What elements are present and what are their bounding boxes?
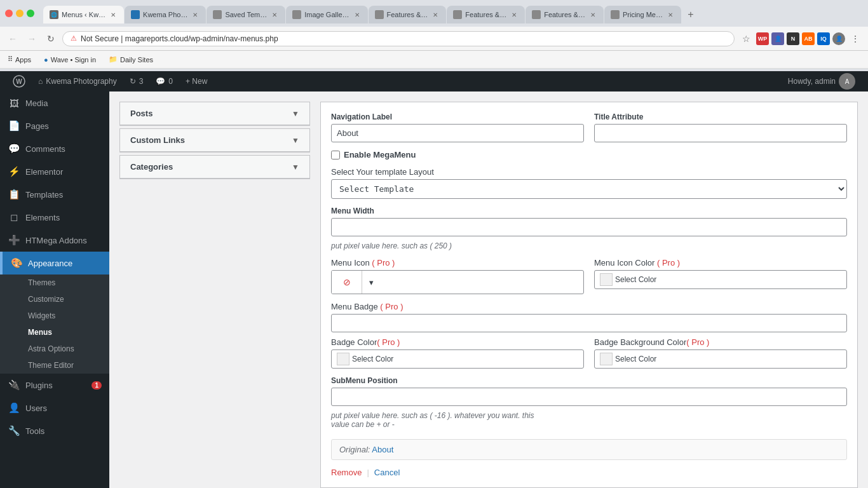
ext-user[interactable]: 👤	[771, 32, 784, 45]
template-layout-select[interactable]: Select Template Full Width Container Cus…	[331, 179, 847, 199]
megamenu-checkbox[interactable]	[331, 151, 340, 159]
action-row: Remove | Cancel	[331, 468, 847, 477]
badge-bg-color-btn[interactable]: Select Color	[594, 349, 847, 369]
tab-8[interactable]: Pricing Me… ✕	[604, 6, 681, 24]
sidebar-item-plugins[interactable]: 🔌 Plugins 1	[0, 374, 109, 396]
sidebar-sub-menus[interactable]: Menus	[0, 324, 109, 341]
sidebar-sub-theme-editor[interactable]: Theme Editor	[0, 357, 109, 374]
tab-title: Menus ‹ Kw…	[62, 11, 105, 18]
menu-badge-input[interactable]	[331, 314, 847, 332]
wp-main: Posts ▼ Custom Links ▼	[109, 92, 868, 488]
wp-sidebar: 🖼 Media 📄 Pages 💬 Comments ⚡ Elementor 📋	[0, 92, 109, 488]
bookmark-button[interactable]: ☆	[738, 31, 754, 46]
sidebar-sub-themes[interactable]: Themes	[0, 274, 109, 291]
bookmark-daily[interactable]: 📁 Daily Sites	[106, 54, 156, 65]
menu-icon-color-btn[interactable]: Select Color	[594, 270, 847, 289]
home-icon: ⌂	[38, 77, 43, 86]
menu-builder: Posts ▼ Custom Links ▼	[119, 102, 858, 488]
updates-button[interactable]: ↻ 3	[123, 71, 150, 92]
sidebar-media-label: Media	[25, 98, 48, 108]
ext-iq[interactable]: IQ	[817, 32, 830, 45]
sidebar-item-elements[interactable]: ◻ Elements	[0, 206, 109, 229]
tab-close-2[interactable]: ✕	[191, 10, 200, 19]
ext-account[interactable]: 👤	[832, 32, 845, 45]
appearance-submenu: Themes Customize Widgets Menus Astra Opt…	[0, 274, 109, 374]
tab-5[interactable]: Features &… ✕	[369, 6, 447, 24]
tab-active[interactable]: 🌐 Menus ‹ Kw… ✕	[43, 6, 124, 24]
site-name-button[interactable]: ⌂ Kwema Photography	[32, 71, 123, 92]
nav-label-input[interactable]	[331, 124, 584, 142]
sidebar-item-users[interactable]: 👤 Users	[0, 396, 109, 419]
menu-width-input[interactable]	[331, 218, 847, 236]
forward-button[interactable]: →	[24, 31, 39, 46]
sidebar-item-pages[interactable]: 📄 Pages	[0, 114, 109, 137]
tab-close-btn[interactable]: ✕	[109, 10, 118, 19]
ext-wp[interactable]: WP	[756, 32, 769, 45]
htmega-icon: ➕	[8, 234, 20, 247]
new-content-button[interactable]: + New	[179, 71, 214, 92]
tab-close-6[interactable]: ✕	[510, 10, 519, 19]
nav-label-title: Navigation Label	[331, 112, 584, 121]
icon-picker-dropdown-btn[interactable]: ▾	[362, 271, 380, 294]
tab-close-5[interactable]: ✕	[431, 10, 440, 19]
sidebar-sub-widgets[interactable]: Widgets	[0, 308, 109, 324]
remove-link[interactable]: Remove	[331, 468, 362, 477]
wp-logo-button[interactable]: W	[6, 71, 32, 92]
ext-n[interactable]: N	[787, 32, 799, 45]
tab-2[interactable]: Kwema Pho… ✕	[125, 6, 206, 24]
sidebar-item-media[interactable]: 🖼 Media	[0, 92, 109, 114]
wp-body: 🖼 Media 📄 Pages 💬 Comments ⚡ Elementor 📋	[0, 92, 868, 488]
badge-bg-color-swatch	[600, 353, 613, 365]
sidebar-item-tools[interactable]: 🔧 Tools	[0, 419, 109, 442]
dot-red[interactable]	[5, 10, 13, 17]
sidebar-item-htmega[interactable]: ➕ HTMega Addons	[0, 229, 109, 252]
new-label: + New	[186, 77, 207, 86]
sidebar-item-elementor[interactable]: ⚡ Elementor	[0, 160, 109, 183]
accordion-categories-header[interactable]: Categories ▼	[120, 156, 309, 179]
comments-sidebar-icon: 💬	[8, 142, 20, 155]
sidebar-item-templates[interactable]: 📋 Templates	[0, 183, 109, 206]
icon-picker[interactable]: ⊘ ▾	[331, 270, 584, 294]
address-bar[interactable]: ⚠ Not Secure | magareports.cloud/wp-admi…	[62, 31, 735, 46]
tab-close-7[interactable]: ✕	[588, 10, 597, 19]
sidebar-sub-customize[interactable]: Customize	[0, 291, 109, 308]
menu-button[interactable]: ⋮	[848, 31, 863, 46]
bookmark-apps[interactable]: ⠿ Apps	[5, 54, 34, 65]
title-attr-group: Title Attribute	[594, 112, 847, 142]
tab-6[interactable]: Features &… ✕	[447, 6, 525, 24]
menu-icon-label: Menu Icon ( Pro )	[331, 258, 584, 268]
accordion-custom-links-header[interactable]: Custom Links ▼	[120, 129, 309, 152]
back-button[interactable]: ←	[5, 31, 20, 46]
tab-favicon-3	[213, 10, 222, 19]
dot-yellow[interactable]	[16, 10, 24, 17]
appearance-header[interactable]: 🎨 Appearance	[0, 252, 109, 274]
sidebar-elements-label: Elements	[25, 213, 60, 222]
sidebar-item-comments[interactable]: 💬 Comments	[0, 137, 109, 160]
badge-color-btn[interactable]: Select Color	[331, 349, 584, 369]
new-tab-button[interactable]: +	[682, 6, 700, 24]
sidebar-item-appearance[interactable]: 🎨 Appearance Themes Customize Widgets Me…	[0, 252, 109, 374]
comments-icon: 💬	[156, 77, 165, 86]
submenu-position-input[interactable]	[331, 388, 847, 406]
dot-green[interactable]	[27, 10, 34, 17]
bookmarks-bar: ⠿ Apps ● Wave • Sign in 📁 Daily Sites	[0, 51, 868, 69]
tab-favicon: 🌐	[50, 10, 58, 19]
reload-button[interactable]: ↻	[43, 31, 58, 46]
comments-button[interactable]: 💬 0	[149, 71, 179, 92]
accordion-posts-header[interactable]: Posts ▼	[120, 102, 309, 125]
tab-7[interactable]: Features &… ✕	[526, 6, 604, 24]
tab-close-8[interactable]: ✕	[666, 10, 675, 19]
tab-3[interactable]: Saved Tem… ✕	[207, 6, 285, 24]
tab-close-3[interactable]: ✕	[270, 10, 279, 19]
title-attr-input[interactable]	[594, 124, 847, 142]
tab-4[interactable]: Image Galle… ✕	[286, 6, 367, 24]
original-link[interactable]: About	[372, 445, 393, 454]
sidebar-sub-astra[interactable]: Astra Options	[0, 341, 109, 357]
howdy-button[interactable]: Howdy, admin A	[782, 71, 862, 92]
sidebar-templates-label: Templates	[25, 190, 63, 200]
sidebar-tools-label: Tools	[25, 426, 44, 436]
cancel-link[interactable]: Cancel	[374, 468, 400, 477]
ext-adblock[interactable]: AB	[802, 32, 815, 45]
bookmark-wave[interactable]: ● Wave • Sign in	[41, 55, 98, 65]
tab-close-4[interactable]: ✕	[353, 10, 362, 19]
